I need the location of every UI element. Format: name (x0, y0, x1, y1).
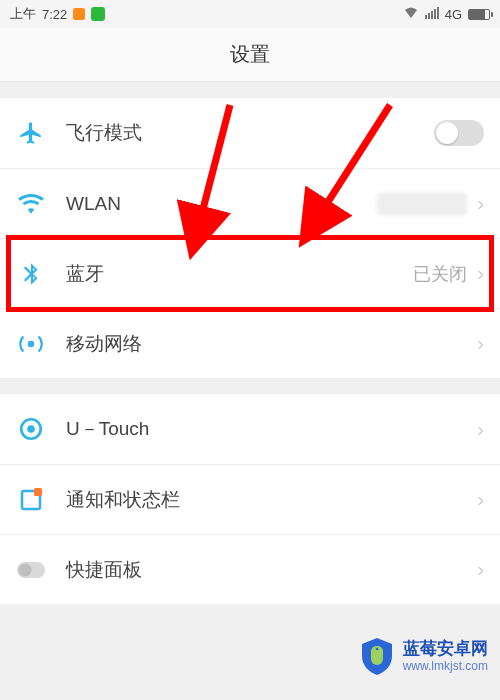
airplane-toggle[interactable] (434, 120, 484, 146)
row-wlan[interactable]: WLAN › (0, 168, 500, 238)
svg-point-12 (375, 648, 378, 651)
svg-rect-1 (428, 13, 430, 19)
notification-bar-label: 通知和状态栏 (66, 487, 477, 513)
recording-indicator-icon (73, 8, 85, 20)
svg-point-7 (27, 425, 35, 433)
row-airplane-mode[interactable]: 飞行模式 (0, 98, 500, 168)
airplane-label: 飞行模式 (66, 120, 434, 146)
bluetooth-icon (16, 261, 46, 287)
bluetooth-value: 已关闭 (413, 262, 467, 286)
wifi-icon (16, 191, 46, 217)
row-u-touch[interactable]: U－Touch › (0, 394, 500, 464)
svg-point-11 (19, 563, 32, 576)
toggle-icon (16, 561, 46, 579)
quick-panel-label: 快捷面板 (66, 557, 477, 583)
status-bar: 上午 7:22 4G (0, 0, 500, 28)
watermark: 蓝莓安卓网 www.lmkjst.com (359, 636, 488, 676)
row-notification-bar[interactable]: 通知和状态栏 › (0, 464, 500, 534)
network-type: 4G (445, 7, 462, 22)
time: 7:22 (42, 7, 67, 22)
chevron-right-icon: › (477, 262, 484, 285)
notification-icon (16, 488, 46, 512)
wlan-value-blurred (377, 193, 467, 215)
wlan-label: WLAN (66, 193, 377, 215)
svg-rect-4 (437, 7, 439, 19)
time-prefix: 上午 (10, 5, 36, 23)
wechat-icon (91, 7, 105, 21)
bluetooth-label: 蓝牙 (66, 261, 413, 287)
status-left: 上午 7:22 (10, 5, 105, 23)
mobile-network-label: 移动网络 (66, 331, 477, 357)
watermark-url: www.lmkjst.com (403, 659, 488, 673)
shield-icon (359, 636, 395, 676)
u-touch-label: U－Touch (66, 416, 477, 442)
cell-tower-icon (16, 331, 46, 357)
row-bluetooth[interactable]: 蓝牙 已关闭 › (0, 238, 500, 308)
chevron-right-icon: › (477, 418, 484, 441)
chevron-right-icon: › (477, 192, 484, 215)
page-title: 设置 (0, 28, 500, 82)
watermark-title: 蓝莓安卓网 (403, 639, 488, 659)
target-icon (16, 416, 46, 442)
wifi-status-icon (403, 6, 419, 23)
row-quick-panel[interactable]: 快捷面板 › (0, 534, 500, 604)
settings-group-system: U－Touch › 通知和状态栏 › 快捷面板 › (0, 394, 500, 604)
svg-point-5 (28, 340, 35, 347)
settings-group-connectivity: 飞行模式 WLAN › 蓝牙 已关闭 › 移动网络 › (0, 98, 500, 378)
svg-rect-3 (434, 9, 436, 19)
svg-rect-0 (425, 15, 427, 19)
airplane-icon (16, 120, 46, 146)
signal-icon (425, 7, 439, 22)
chevron-right-icon: › (477, 488, 484, 511)
svg-rect-9 (34, 488, 42, 496)
chevron-right-icon: › (477, 332, 484, 355)
row-mobile-network[interactable]: 移动网络 › (0, 308, 500, 378)
status-right: 4G (403, 6, 490, 23)
svg-rect-2 (431, 11, 433, 19)
chevron-right-icon: › (477, 558, 484, 581)
battery-icon (468, 9, 490, 20)
